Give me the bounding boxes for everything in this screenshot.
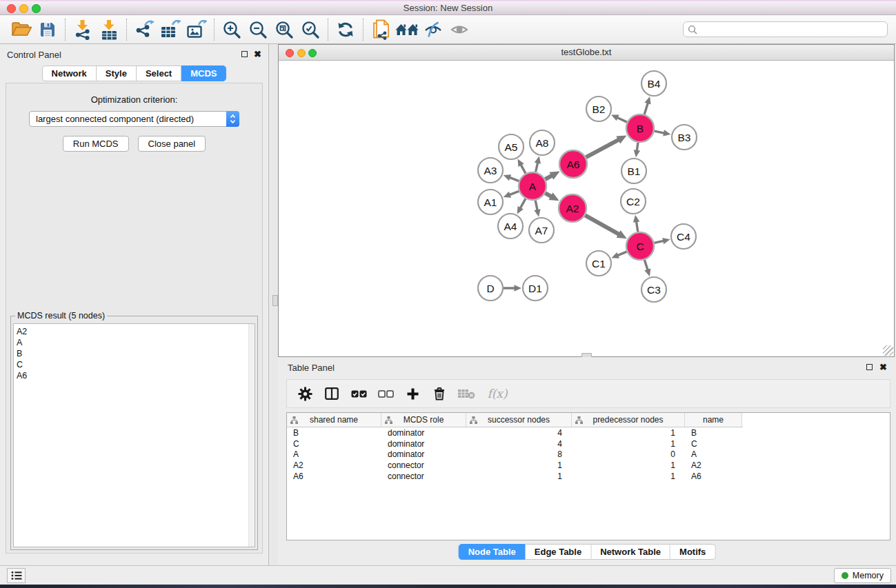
minimize-network-button[interactable] xyxy=(297,49,306,57)
table-row[interactable]: Bdominator41B xyxy=(287,427,890,438)
window-controls[interactable] xyxy=(7,4,41,13)
edge-C-C4[interactable] xyxy=(654,238,670,244)
tab-mcds[interactable]: MCDS xyxy=(181,65,226,81)
open-browser-button[interactable] xyxy=(394,17,420,42)
column-header-shared-name[interactable]: shared name xyxy=(287,413,381,427)
birdseye-toggle-handle[interactable] xyxy=(272,295,278,306)
column-header-name[interactable]: name xyxy=(685,413,742,427)
zoom-in-button[interactable] xyxy=(219,17,245,42)
node-C2[interactable]: C2 xyxy=(621,189,646,214)
export-image-button[interactable] xyxy=(183,17,210,42)
result-list-scrollbar[interactable] xyxy=(248,324,255,547)
criterion-dropdown[interactable]: largest connected component (directed) xyxy=(29,111,239,127)
tab-edge-table[interactable]: Edge Table xyxy=(526,544,591,560)
zoom-window-button[interactable] xyxy=(32,4,41,13)
node-B3[interactable]: B3 xyxy=(672,125,697,150)
node-C[interactable]: C xyxy=(626,232,654,260)
save-session-button[interactable] xyxy=(34,17,61,42)
search-input[interactable] xyxy=(683,21,888,37)
apply-layout-button[interactable] xyxy=(332,17,359,42)
memory-button[interactable]: Memory xyxy=(834,568,891,583)
edge-A-A5[interactable] xyxy=(518,159,526,174)
close-window-button[interactable] xyxy=(7,4,16,13)
edge-C-C2[interactable] xyxy=(633,215,639,232)
node-D[interactable]: D xyxy=(478,276,503,301)
mcds-result-item[interactable]: A2 xyxy=(14,326,255,337)
window-resize-grip[interactable] xyxy=(883,345,893,356)
network-window-titlebar[interactable]: testGlobe.txt xyxy=(279,45,894,61)
edge-A-A6[interactable] xyxy=(545,171,559,179)
network-from-selection-button[interactable] xyxy=(368,17,394,42)
column-header-successor-nodes[interactable]: successor nodes xyxy=(466,413,572,427)
edge-A-A3[interactable] xyxy=(504,174,519,181)
tab-node-table[interactable]: Node Table xyxy=(459,544,526,560)
edge-A-A2[interactable] xyxy=(545,192,559,201)
edge-D-D1[interactable] xyxy=(504,285,521,292)
network-window-controls[interactable] xyxy=(286,49,317,57)
edge-B-B2[interactable] xyxy=(611,114,627,122)
edge-B-B3[interactable] xyxy=(655,130,671,136)
mcds-result-item[interactable]: C xyxy=(14,359,255,370)
create-column-button[interactable] xyxy=(401,382,424,405)
edge-C-C3[interactable] xyxy=(644,260,650,276)
tab-network-table[interactable]: Network Table xyxy=(591,544,670,560)
float-table-panel-icon[interactable] xyxy=(865,363,874,372)
export-table-button[interactable] xyxy=(157,17,183,42)
close-network-button[interactable] xyxy=(286,49,294,57)
select-all-columns-button[interactable] xyxy=(348,382,370,405)
open-session-button[interactable] xyxy=(8,17,34,42)
node-A7[interactable]: A7 xyxy=(529,218,554,243)
task-history-button[interactable] xyxy=(7,568,26,583)
tab-select[interactable]: Select xyxy=(137,65,181,81)
zoom-network-button[interactable] xyxy=(308,49,317,57)
tab-motifs[interactable]: Motifs xyxy=(670,544,715,560)
table-options-button[interactable] xyxy=(294,382,316,405)
node-A6[interactable]: A6 xyxy=(559,150,587,178)
edge-A-A7[interactable] xyxy=(534,201,540,217)
node-B1[interactable]: B1 xyxy=(621,159,646,183)
node-C3[interactable]: C3 xyxy=(641,277,666,302)
node-A3[interactable]: A3 xyxy=(478,158,503,183)
mcds-result-item[interactable]: A xyxy=(14,337,255,348)
import-table-button[interactable] xyxy=(96,17,122,42)
close-panel-icon[interactable]: ✖ xyxy=(253,50,262,59)
tab-network[interactable]: Network xyxy=(42,65,97,81)
node-B2[interactable]: B2 xyxy=(586,97,611,121)
node-C4[interactable]: C4 xyxy=(671,224,696,249)
minimize-window-button[interactable] xyxy=(19,4,28,13)
node-A5[interactable]: A5 xyxy=(499,134,524,159)
import-network-button[interactable] xyxy=(70,17,96,42)
node-B4[interactable]: B4 xyxy=(641,71,666,96)
network-canvas[interactable]: B4B2BB3A8A5A6A3B1AA1C2A2A4A7C4CC1DD1C3 xyxy=(279,61,894,356)
edge-B-B4[interactable] xyxy=(644,97,650,114)
zoom-fit-button[interactable] xyxy=(271,17,297,42)
edge-A-A8[interactable] xyxy=(535,156,541,172)
delete-column-button[interactable] xyxy=(428,382,450,405)
run-mcds-button[interactable]: Run MCDS xyxy=(63,136,129,152)
edge-A2-C[interactable] xyxy=(585,215,627,239)
edge-A6-B[interactable] xyxy=(586,135,627,157)
edge-C-C1[interactable] xyxy=(611,252,626,258)
node-C1[interactable]: C1 xyxy=(586,251,611,276)
tab-style[interactable]: Style xyxy=(97,65,137,81)
table-row[interactable]: Adominator80A xyxy=(287,449,890,460)
mcds-result-list[interactable]: A2ABCA6 xyxy=(13,323,255,547)
hide-panels-button[interactable] xyxy=(420,17,446,42)
zoom-out-button[interactable] xyxy=(245,17,271,42)
node-A1[interactable]: A1 xyxy=(478,190,503,214)
edge-B-B1[interactable] xyxy=(634,143,640,157)
unselect-all-columns-button[interactable] xyxy=(375,382,397,405)
show-column-panel-button[interactable] xyxy=(321,382,343,405)
close-panel-button[interactable]: Close panel xyxy=(138,136,206,152)
close-table-panel-icon[interactable]: ✖ xyxy=(879,363,888,372)
node-B[interactable]: B xyxy=(626,114,654,142)
node-A[interactable]: A xyxy=(519,172,546,200)
node-D1[interactable]: D1 xyxy=(523,276,548,301)
table-row[interactable]: A2connector11A2 xyxy=(287,460,890,471)
table-row[interactable]: Cdominator41C xyxy=(287,438,890,449)
edge-A-A1[interactable] xyxy=(504,191,519,197)
export-network-button[interactable] xyxy=(131,17,157,42)
column-header-MCDS-role[interactable]: MCDS role xyxy=(381,413,466,427)
show-panels-button[interactable] xyxy=(446,17,472,42)
float-panel-icon[interactable] xyxy=(240,50,249,59)
